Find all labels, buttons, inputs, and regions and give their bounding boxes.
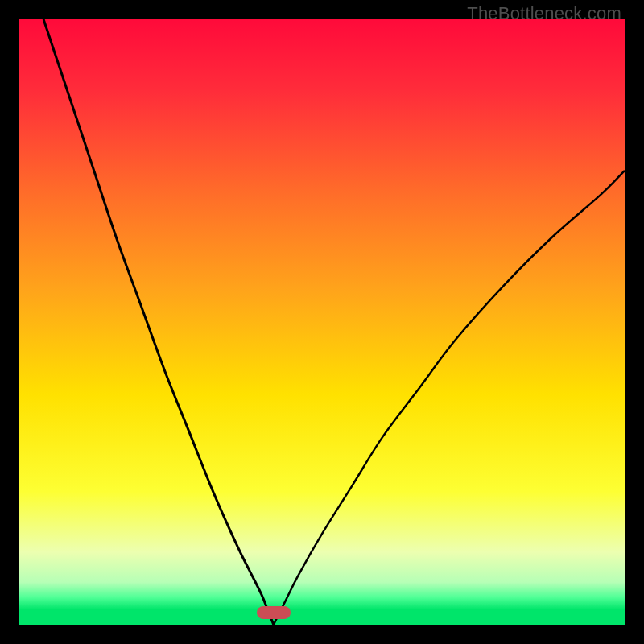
chart-frame bbox=[19, 19, 625, 625]
optimum-marker bbox=[257, 606, 291, 619]
bottleneck-chart bbox=[19, 19, 625, 625]
watermark-text: TheBottleneck.com bbox=[467, 3, 621, 24]
